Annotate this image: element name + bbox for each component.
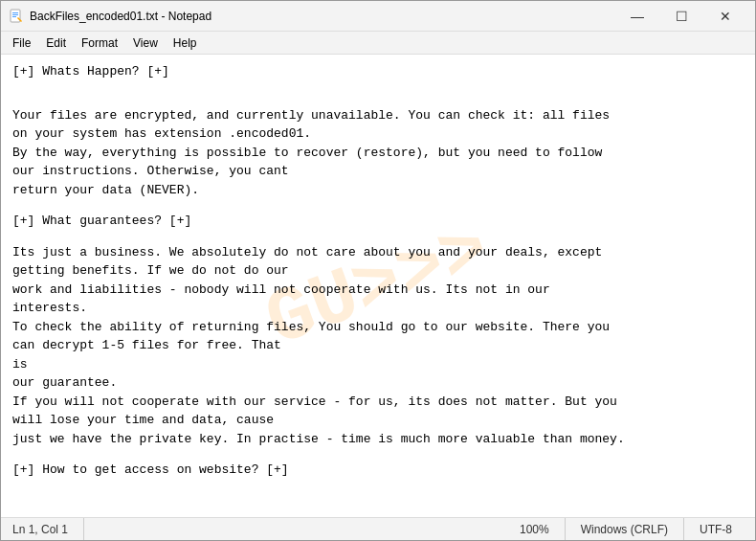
window-title: BackFiles_encoded01.txt - Notepad	[30, 10, 615, 23]
menu-help[interactable]: Help	[166, 34, 205, 52]
maximize-button[interactable]: ☐	[659, 1, 703, 32]
svg-rect-2	[12, 14, 18, 15]
title-buttons: — ☐ ✕	[615, 1, 747, 32]
minimize-button[interactable]: —	[615, 1, 659, 32]
text-line	[12, 448, 744, 461]
text-line: on your system has extension .encoded01.	[12, 124, 744, 144]
text-line	[12, 81, 744, 94]
text-editor[interactable]: GU>>> [+] Whats Happen? [+] Your files a…	[1, 55, 755, 517]
text-line: interests.	[12, 299, 744, 318]
status-bar: Ln 1, Col 1 100% Windows (CRLF) UTF-8	[1, 517, 755, 540]
zoom-level: 100%	[504, 518, 566, 540]
menu-bar: File Edit Format View Help	[1, 32, 755, 55]
menu-file[interactable]: File	[5, 34, 38, 52]
cursor-position: Ln 1, Col 1	[9, 518, 84, 540]
menu-format[interactable]: Format	[74, 34, 125, 52]
text-line: is	[12, 355, 744, 374]
svg-rect-0	[11, 10, 20, 22]
text-line: Your files are encrypted, and currently …	[12, 106, 744, 125]
text-line: will lose your time and data, cause	[12, 411, 744, 430]
text-line: If you will not cooperate with our servi…	[12, 393, 744, 412]
text-line: [+] Whats Happen? [+]	[12, 62, 744, 81]
text-line	[12, 231, 744, 243]
menu-view[interactable]: View	[125, 34, 166, 52]
line-ending: Windows (CRLF)	[566, 518, 684, 540]
menu-edit[interactable]: Edit	[38, 34, 74, 52]
text-line: our guarantee.	[12, 373, 744, 393]
text-line: work and liabilities - nobody will not c…	[12, 281, 744, 300]
text-content: [+] Whats Happen? [+] Your files are enc…	[12, 62, 744, 480]
text-line	[12, 94, 744, 106]
svg-rect-3	[12, 16, 16, 17]
close-button[interactable]: ✕	[703, 1, 747, 32]
text-line: can decrypt 1-5 files for free. That	[12, 336, 744, 355]
text-line: our instructions. Otherwise, you cant	[12, 162, 744, 181]
text-line	[12, 199, 744, 212]
text-line: To check the ability of returning files,…	[12, 318, 744, 337]
encoding: UTF-8	[684, 518, 747, 540]
text-line: just we have the private key. In practis…	[12, 430, 744, 449]
text-line: [+] How to get access on website? [+]	[12, 461, 744, 480]
text-line: By the way, everything is possible to re…	[12, 144, 744, 163]
text-line: return your data (NEVER).	[12, 181, 744, 200]
app-icon	[9, 9, 24, 24]
text-line: Its just a business. We absolutely do no…	[12, 243, 744, 262]
notepad-window: BackFiles_encoded01.txt - Notepad — ☐ ✕ …	[0, 0, 756, 541]
text-line: [+] What guarantees? [+]	[12, 212, 744, 231]
title-bar: BackFiles_encoded01.txt - Notepad — ☐ ✕	[1, 1, 755, 32]
text-line: getting benefits. If we do not do our	[12, 261, 744, 281]
svg-rect-1	[12, 12, 18, 13]
